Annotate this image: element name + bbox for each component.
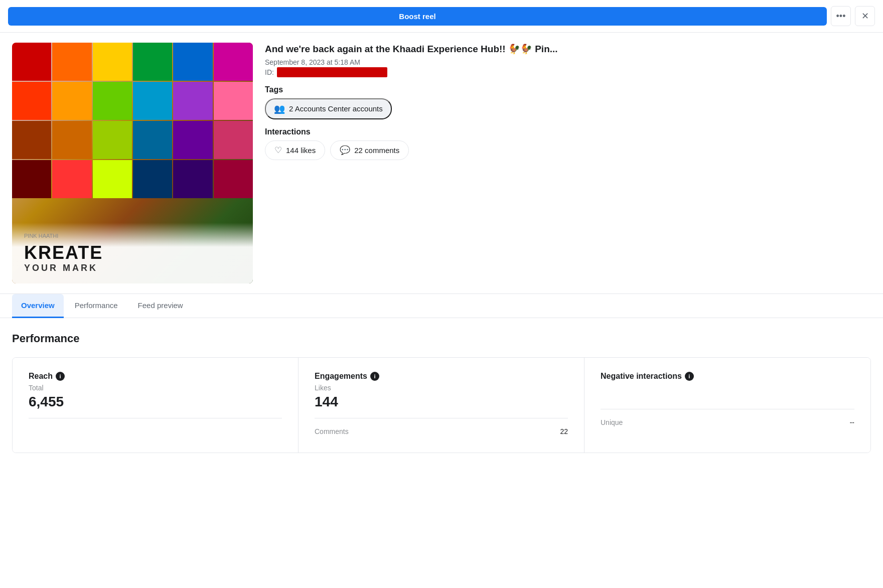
fabric-block bbox=[214, 121, 253, 159]
close-button[interactable]: ✕ bbox=[855, 6, 875, 26]
fabric-block bbox=[133, 160, 172, 198]
reach-header: Reach i bbox=[29, 372, 282, 381]
fabric-block bbox=[93, 160, 132, 198]
accounts-icon: 👥 bbox=[274, 103, 285, 114]
fabric-block bbox=[93, 82, 132, 120]
likes-count: 144 likes bbox=[286, 146, 316, 155]
fabric-block bbox=[133, 43, 172, 81]
fabric-block bbox=[214, 160, 253, 198]
negative-interactions-card: Negative interactions i Unique -- bbox=[584, 358, 870, 453]
post-thumbnail: PINK HAATHI KREATE YOUR MARK bbox=[12, 43, 253, 283]
tab-overview[interactable]: Overview bbox=[12, 294, 64, 318]
fabric-block bbox=[133, 82, 172, 120]
comments-button[interactable]: 💬 22 comments bbox=[330, 140, 409, 160]
engagements-card: Engagements i Likes 144 Comments 22 bbox=[299, 358, 584, 453]
negative-label: Negative interactions bbox=[601, 372, 682, 381]
kreate-overlay: PINK HAATHI KREATE YOUR MARK bbox=[12, 223, 253, 283]
comments-row-value: 22 bbox=[560, 427, 568, 435]
post-id-label: ID: bbox=[265, 68, 274, 76]
comments-count: 22 comments bbox=[354, 146, 399, 155]
interactions-section-label: Interactions bbox=[265, 127, 871, 136]
reach-value: 6,455 bbox=[29, 394, 282, 410]
fabric-block bbox=[173, 160, 212, 198]
close-icon: ✕ bbox=[861, 11, 869, 22]
kreate-sub-text: YOUR MARK bbox=[24, 263, 241, 273]
performance-section: Performance Reach i Total 6,455 Engageme… bbox=[0, 318, 883, 467]
fabric-block bbox=[52, 43, 91, 81]
fabric-block bbox=[173, 121, 212, 159]
likes-button[interactable]: ♡ 144 likes bbox=[265, 140, 325, 160]
tab-performance[interactable]: Performance bbox=[66, 294, 127, 318]
reach-card: Reach i Total 6,455 bbox=[13, 358, 299, 453]
fabric-block bbox=[12, 43, 51, 81]
fabric-block bbox=[12, 160, 51, 198]
boost-bar: Boost reel ••• ✕ bbox=[0, 0, 883, 33]
tabs-bar: Overview Performance Feed preview bbox=[0, 294, 883, 318]
reach-divider bbox=[29, 418, 282, 418]
pink-haathi-text: PINK HAATHI bbox=[24, 233, 241, 239]
accounts-tag-label: 2 Accounts Center accounts bbox=[289, 104, 383, 113]
fabric-block bbox=[52, 121, 91, 159]
post-title: And we're back again at the Khaadi Exper… bbox=[265, 43, 871, 56]
tab-feed-preview[interactable]: Feed preview bbox=[129, 294, 192, 318]
fabric-block bbox=[214, 82, 253, 120]
more-icon: ••• bbox=[836, 11, 846, 22]
fabric-block bbox=[173, 82, 212, 120]
engagements-info-icon[interactable]: i bbox=[370, 372, 379, 381]
post-header: And we're back again at the Khaadi Exper… bbox=[265, 43, 871, 77]
fabric-art bbox=[12, 43, 253, 199]
tags-section-label: Tags bbox=[265, 85, 871, 94]
fabric-block bbox=[214, 43, 253, 81]
post-info: And we're back again at the Khaadi Exper… bbox=[265, 43, 871, 283]
post-id-row: ID: bbox=[265, 67, 871, 77]
fabric-block bbox=[173, 43, 212, 81]
post-id-redacted bbox=[277, 67, 387, 77]
fabric-block bbox=[52, 82, 91, 120]
fabric-block bbox=[133, 121, 172, 159]
kreate-logo-text: KREATE bbox=[24, 243, 241, 263]
comments-row-label: Comments bbox=[315, 427, 349, 435]
heart-icon: ♡ bbox=[274, 145, 282, 156]
engagements-sub-label: Likes bbox=[315, 384, 568, 392]
unique-row-value: -- bbox=[850, 418, 854, 426]
fabric-block bbox=[12, 82, 51, 120]
engagements-value: 144 bbox=[315, 394, 568, 410]
reach-info-icon[interactable]: i bbox=[56, 372, 65, 381]
unique-metric-row: Unique -- bbox=[601, 415, 854, 429]
tags-section: Tags 👥 2 Accounts Center accounts bbox=[265, 85, 871, 119]
fabric-block bbox=[93, 43, 132, 81]
fabric-block bbox=[12, 121, 51, 159]
interactions-row: ♡ 144 likes 💬 22 comments bbox=[265, 140, 871, 160]
content-area: PINK HAATHI KREATE YOUR MARK And we're b… bbox=[0, 33, 883, 294]
comment-icon: 💬 bbox=[340, 145, 350, 156]
post-date: September 8, 2023 at 5:18 AM bbox=[265, 58, 871, 66]
engagements-header: Engagements i bbox=[315, 372, 568, 381]
negative-info-icon[interactable]: i bbox=[685, 372, 694, 381]
interactions-section: Interactions ♡ 144 likes 💬 22 comments bbox=[265, 127, 871, 160]
reach-label: Reach bbox=[29, 372, 53, 381]
fabric-block bbox=[52, 160, 91, 198]
metrics-grid: Reach i Total 6,455 Engagements i Likes … bbox=[12, 357, 871, 453]
modal-container: Boost reel ••• ✕ PINK HAATHI KREATE YOUR… bbox=[0, 0, 883, 588]
fabric-block bbox=[93, 121, 132, 159]
performance-section-title: Performance bbox=[12, 332, 871, 345]
more-options-button[interactable]: ••• bbox=[831, 6, 851, 26]
engagements-label: Engagements bbox=[315, 372, 367, 381]
unique-row-label: Unique bbox=[601, 418, 623, 426]
negative-header: Negative interactions i bbox=[601, 372, 854, 381]
accounts-tag-badge[interactable]: 👥 2 Accounts Center accounts bbox=[265, 98, 392, 119]
boost-reel-button[interactable]: Boost reel bbox=[8, 7, 827, 26]
reach-sub-label: Total bbox=[29, 384, 282, 392]
engagements-divider bbox=[315, 418, 568, 418]
comments-metric-row: Comments 22 bbox=[315, 424, 568, 438]
negative-divider bbox=[601, 409, 854, 409]
